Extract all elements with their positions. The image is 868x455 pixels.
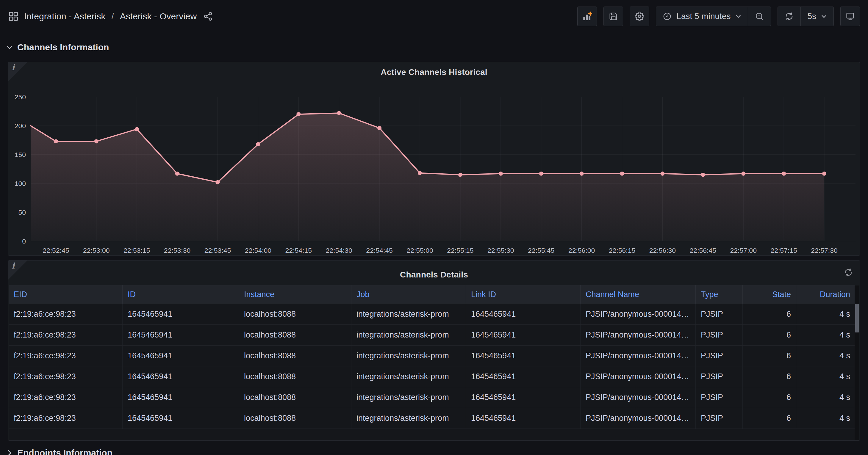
add-panel-icon [582, 11, 592, 22]
table-cell-id: 1645465941 [122, 366, 239, 387]
table-cell-id: 1645465941 [122, 387, 239, 408]
y-axis-tick-label: 250 [14, 93, 26, 101]
monitor-icon [845, 11, 855, 21]
table-cell-instance: localhost:8088 [239, 387, 351, 408]
dashboards-grid-icon[interactable] [8, 11, 19, 22]
zoom-out-icon [755, 11, 764, 21]
table-row[interactable]: f2:19:a6:ce:98:231645465941localhost:808… [9, 345, 855, 366]
column-header-id[interactable]: ID [122, 285, 239, 304]
table-cell-link-id: 1645465941 [466, 325, 580, 345]
save-dashboard-button[interactable] [603, 6, 623, 26]
table-cell-job: integrations/asterisk-prom [351, 325, 466, 345]
table-cell-job: integrations/asterisk-prom [351, 387, 466, 408]
table-cell-id: 1645465941 [122, 304, 239, 324]
share-icon[interactable] [203, 11, 213, 21]
column-header-job[interactable]: Job [351, 285, 466, 304]
column-header-channel-name[interactable]: Channel Name [580, 285, 695, 304]
x-axis-tick-label: 22:57:00 [730, 247, 757, 254]
table-cell-job: integrations/asterisk-prom [351, 304, 466, 324]
series-point [94, 139, 98, 143]
series-point [297, 112, 301, 116]
chevron-down-icon [821, 14, 827, 18]
column-header-eid[interactable]: EID [9, 285, 122, 304]
table-cell-instance: localhost:8088 [239, 408, 351, 428]
table-cell-duration: 4 s [796, 387, 855, 408]
dashboard-settings-button[interactable] [630, 6, 649, 26]
y-axis-tick-label: 50 [18, 208, 26, 216]
refresh-dashboard-button[interactable] [778, 7, 801, 26]
table-cell-state: 6 [742, 408, 796, 428]
table-cell-job: integrations/asterisk-prom [351, 346, 466, 366]
table-cell-duration: 4 s [796, 366, 855, 387]
section-endpoints-information[interactable]: Endpoints Information [6, 448, 860, 455]
table-scrollbar-thumb[interactable] [855, 304, 859, 333]
table-scrollbar-track[interactable] [855, 286, 859, 440]
table-cell-type: PJSIP [695, 387, 742, 408]
table-cell-duration: 4 s [796, 346, 855, 366]
cycle-view-mode-button[interactable] [840, 6, 860, 26]
breadcrumb-dashboard-link[interactable]: Integration - Asterisk [24, 11, 105, 22]
series-point [215, 180, 220, 184]
table-cell-type: PJSIP [695, 366, 742, 387]
column-header-duration[interactable]: Duration [796, 285, 855, 304]
table-cell-duration: 4 s [796, 304, 855, 324]
active-channels-chart[interactable]: 05010015020025022:52:4522:53:0022:53:152… [8, 62, 860, 256]
table-cell-link-id: 1645465941 [466, 366, 580, 387]
table-cell-channel-name: PJSIP/anonymous-000014… [580, 366, 695, 387]
series-point [337, 111, 341, 115]
table-panel-channels-details: i Channels Details EIDIDInstanceJobLink … [8, 260, 860, 441]
y-axis-tick-label: 150 [14, 151, 26, 159]
column-header-link-id[interactable]: Link ID [466, 285, 580, 304]
save-icon [609, 12, 618, 21]
table-cell-type: PJSIP [695, 325, 742, 345]
breadcrumb-page-link[interactable]: Asterisk - Overview [120, 11, 197, 22]
table-cell-job: integrations/asterisk-prom [351, 408, 466, 428]
series-point [499, 171, 503, 176]
add-panel-button[interactable] [577, 6, 597, 26]
chevron-down-icon [735, 14, 741, 18]
y-axis-tick-label: 100 [14, 180, 26, 187]
table-row[interactable]: f2:19:a6:ce:98:231645465941localhost:808… [9, 408, 855, 428]
table-cell-instance: localhost:8088 [239, 366, 351, 387]
table-cell-eid: f2:19:a6:ce:98:23 [9, 304, 122, 324]
x-axis-tick-label: 22:55:15 [447, 247, 473, 254]
panel-title[interactable]: Channels Details [8, 270, 860, 280]
dashboard-toolbar: Last 5 minutes [577, 6, 860, 26]
section-divider-line [121, 453, 860, 453]
channels-details-table: EIDIDInstanceJobLink IDChannel NameTypeS… [9, 285, 855, 440]
table-cell-link-id: 1645465941 [466, 304, 580, 324]
table-cell-duration: 4 s [796, 408, 855, 428]
table-row[interactable]: f2:19:a6:ce:98:231645465941localhost:808… [9, 324, 855, 345]
refresh-icon[interactable] [844, 268, 853, 277]
x-axis-tick-label: 22:54:15 [285, 247, 312, 254]
series-point [256, 142, 260, 146]
y-axis-tick-label: 0 [22, 237, 26, 245]
table-row[interactable]: f2:19:a6:ce:98:231645465941localhost:808… [9, 304, 855, 324]
section-channels-information[interactable]: Channels Information [6, 42, 860, 52]
series-point [580, 171, 584, 176]
table-cell-channel-name: PJSIP/anonymous-000014… [580, 304, 695, 324]
table-cell-id: 1645465941 [122, 408, 239, 428]
column-header-state[interactable]: State [742, 285, 796, 304]
table-cell-eid: f2:19:a6:ce:98:23 [9, 408, 122, 428]
refresh-interval-dropdown[interactable]: 5s [801, 7, 834, 26]
refresh-interval-label: 5s [807, 11, 816, 21]
table-row[interactable]: f2:19:a6:ce:98:231645465941localhost:808… [9, 366, 855, 387]
table-row[interactable]: f2:19:a6:ce:98:231645465941localhost:808… [9, 387, 855, 408]
series-point [458, 173, 462, 177]
x-axis-tick-label: 22:55:45 [528, 247, 554, 254]
zoom-out-time-button[interactable] [748, 7, 771, 26]
table-cell-id: 1645465941 [122, 346, 239, 366]
series-point [660, 171, 664, 176]
time-range-picker-button[interactable]: Last 5 minutes [656, 7, 748, 26]
series-point [54, 139, 58, 143]
series-point [620, 171, 624, 176]
x-axis-tick-label: 22:53:30 [164, 247, 190, 254]
table-cell-eid: f2:19:a6:ce:98:23 [9, 346, 122, 366]
series-point [822, 171, 826, 176]
column-header-instance[interactable]: Instance [239, 285, 351, 304]
table-cell-channel-name: PJSIP/anonymous-000014… [580, 387, 695, 408]
column-header-type[interactable]: Type [695, 285, 742, 304]
x-axis-tick-label: 22:55:00 [406, 247, 433, 254]
table-body: f2:19:a6:ce:98:231645465941localhost:808… [9, 304, 855, 440]
